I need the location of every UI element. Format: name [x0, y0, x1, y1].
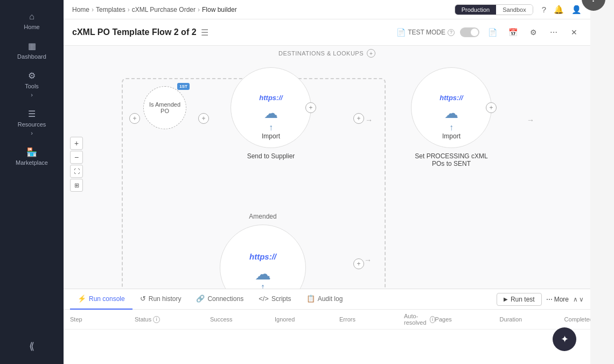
sidebar-item-marketplace[interactable]: 🏪 Marketplace [0, 142, 64, 171]
run-test-button[interactable]: ▶ Run test [497, 293, 542, 306]
breadcrumb-bar: Home › Templates › cXML Purchase Order ›… [64, 0, 590, 19]
test-mode-info-icon[interactable]: ? [448, 29, 455, 36]
zoom-controls: + − ⛶ ⊞ [70, 137, 83, 192]
sidebar: ⌂ Home ▦ Dashboard ⚙ Tools › ☰ Resources… [0, 0, 64, 364]
tab-scripts[interactable]: </> Scripts [251, 289, 298, 310]
test-mode-toggle[interactable] [460, 27, 479, 37]
run-history-icon: ↺ [140, 295, 146, 303]
close-icon-btn[interactable]: ✕ [567, 25, 582, 40]
bottom-panel: ⚡ Run console ↺ Run history 🔗 Connection… [64, 289, 590, 364]
set-proc-import-text: Import [442, 132, 460, 140]
breadcrumb-templates[interactable]: Templates [96, 6, 125, 13]
flow-header: cXML PO Template Flow 2 of 2 ☰ 📄 TEST MO… [64, 19, 590, 46]
chevron-down-button[interactable]: ∨ [579, 296, 584, 303]
destinations-bar: DESTINATIONS & LOOKUPS + [64, 46, 590, 61]
arrow-right-1: → [365, 116, 373, 124]
flow-menu-icon[interactable]: ☰ [201, 27, 208, 38]
chevron-up-button[interactable]: ∧ [573, 296, 578, 303]
production-mode-button[interactable]: Production [455, 5, 497, 15]
ai-float-button[interactable]: ✦ [553, 327, 576, 351]
send-to-supplier-node[interactable]: https:// ☁ ↑ Import + [231, 67, 311, 148]
zoom-in-button[interactable]: + [70, 137, 83, 150]
run-test-icon: ▶ [504, 296, 508, 302]
marketplace-icon: 🏪 [26, 147, 37, 157]
settings-icon-btn[interactable]: ⚙ [526, 25, 541, 40]
tab-run-console[interactable]: ⚡ Run console [70, 289, 132, 310]
amended-node[interactable]: https:// ☁ ↑ Import ⇔ + [220, 225, 306, 289]
plus-btn-mid1[interactable]: + [198, 113, 209, 124]
tab-audit-log[interactable]: 📋 Audit log [299, 289, 351, 310]
amended-import-icon: ↑ [261, 282, 266, 289]
plus-btn-amended-right[interactable]: + [353, 258, 364, 269]
col-ignored: Ignored [275, 313, 339, 326]
col-status: Status i [135, 313, 210, 326]
calendar-icon-btn[interactable]: 📅 [505, 25, 520, 40]
col-success: Success [210, 313, 275, 326]
breadcrumb-sep-3: › [198, 6, 200, 13]
send-to-supplier-caption: Send to Supplier [247, 152, 295, 160]
set-processing-node[interactable]: https:// ☁ ↑ Import + [411, 67, 492, 148]
mode-toggle: Production Sandbox [455, 4, 533, 15]
send-supplier-import-text: Import [262, 132, 280, 140]
audit-log-icon: 📋 [306, 295, 315, 303]
sandbox-mode-button[interactable]: Sandbox [496, 5, 532, 15]
sidebar-collapse-button[interactable]: ⟪ [24, 335, 40, 358]
tools-icon: ⚙ [28, 71, 36, 81]
set-processing-caption: Set PROCESSING cXML POs to SENT [408, 152, 494, 167]
panel-chevrons: ∧ ∨ [573, 296, 584, 303]
help-icon[interactable]: ? [542, 5, 546, 15]
set-proc-cloud-icon: ☁ [444, 105, 458, 122]
breadcrumb-cxml[interactable]: cXML Purchase Order [132, 6, 196, 13]
destinations-add-button[interactable]: + [367, 49, 375, 58]
sidebar-item-home[interactable]: ⌂ Home [0, 6, 64, 36]
col-errors: Errors [339, 313, 404, 326]
set-proc-https: https:// [439, 94, 463, 102]
plus-btn-after-supplier[interactable]: + [353, 113, 364, 124]
set-processing-group: https:// ☁ ↑ Import + Set PROCESSING cXM… [408, 67, 494, 167]
home-icon: ⌂ [29, 12, 34, 22]
tabs-row: ⚡ Run console ↺ Run history 🔗 Connection… [64, 289, 590, 310]
resources-icon: ☰ [28, 109, 36, 119]
is-amended-node[interactable]: Is Amended PO [143, 86, 186, 129]
set-proc-import-icon: ↑ [449, 123, 453, 132]
plus-btn-node-right[interactable]: + [305, 102, 316, 113]
tab-connections[interactable]: 🔗 Connections [189, 289, 251, 310]
more-icon-btn[interactable]: ⋯ [546, 25, 561, 40]
send-supplier-https: https:// [259, 94, 282, 102]
status-info-icon[interactable]: i [153, 316, 160, 323]
col-completed: Completed [564, 313, 590, 326]
zoom-fit-button[interactable]: ⛶ [70, 165, 83, 178]
table-header: Step Status i Success Ignored Errors Aut… [64, 310, 590, 330]
amended-label: Amended [249, 213, 276, 220]
zoom-out-button[interactable]: − [70, 151, 83, 164]
amended-https: https:// [249, 252, 276, 261]
flow-header-right: 📄 TEST MODE ? 📄 📅 ⚙ ⋯ ✕ [396, 25, 582, 40]
flow-canvas: DESTINATIONS & LOOKUPS + Is Amended PO 1… [64, 46, 590, 289]
tab-run-history[interactable]: ↺ Run history [132, 289, 189, 310]
more-button[interactable]: ⋯ More [546, 296, 569, 303]
zoom-grid-button[interactable]: ⊞ [70, 179, 83, 192]
test-mode-label: 📄 TEST MODE ? [396, 28, 455, 37]
send-to-supplier-group: https:// ☁ ↑ Import + Send to Supplier [231, 67, 311, 160]
flow-title: cXML PO Template Flow 2 of 2 [72, 27, 197, 37]
user-icon[interactable]: 👤 [571, 5, 582, 15]
col-pages: Pages [435, 313, 500, 326]
dashboard-icon: ▦ [28, 41, 36, 51]
more-dots-icon: ⋯ [546, 296, 553, 303]
sidebar-item-tools[interactable]: ⚙ Tools › [0, 65, 64, 103]
arrow-right-3: → [364, 256, 372, 264]
help-icon: ? [591, 0, 596, 4]
first-badge: 1ST [177, 83, 190, 90]
send-supplier-import-icon: ↑ [269, 123, 273, 132]
plus-btn-left[interactable]: + [129, 113, 140, 124]
auto-resolved-info-icon[interactable]: i [430, 316, 435, 323]
destinations-label: DESTINATIONS & LOOKUPS [278, 50, 364, 57]
run-console-icon: ⚡ [78, 295, 86, 303]
sidebar-item-resources[interactable]: ☰ Resources › [0, 103, 64, 142]
copy-icon-btn[interactable]: 📄 [485, 25, 500, 40]
plus-btn-proc-right[interactable]: + [486, 102, 497, 113]
sidebar-item-dashboard[interactable]: ▦ Dashboard [0, 36, 64, 65]
ai-icon: ✦ [561, 333, 569, 345]
notification-icon[interactable]: 🔔 [554, 5, 564, 15]
breadcrumb-home[interactable]: Home [72, 6, 89, 13]
